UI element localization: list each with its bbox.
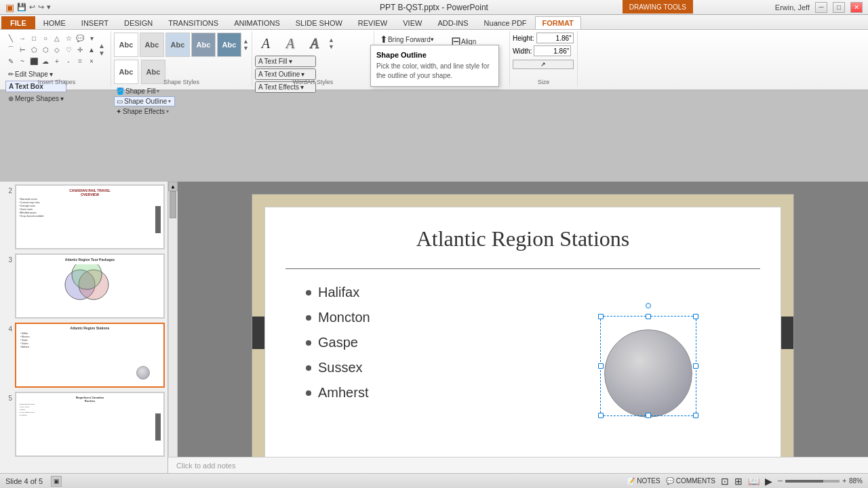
- slide-img-5[interactable]: Magnificent CanadianRockies • Banff Nati…: [15, 392, 165, 457]
- slide-info: Slide 4 of 5: [5, 477, 43, 485]
- slide-sorter-button[interactable]: ⊞: [734, 476, 743, 487]
- handle-midleft[interactable]: [598, 363, 604, 369]
- wordart-style-2[interactable]: A: [279, 33, 301, 54]
- handle-botleft[interactable]: [598, 413, 604, 418]
- shape-diamond[interactable]: ◇: [52, 44, 62, 55]
- edit-shape-icon: ✏: [8, 70, 14, 78]
- shape-minus[interactable]: -: [63, 56, 74, 66]
- shape-tri[interactable]: △: [52, 33, 62, 43]
- zoom-out-button[interactable]: ─: [778, 477, 783, 485]
- shape-hexagon[interactable]: ⬡: [40, 44, 51, 55]
- slide-thumb-5[interactable]: 5 Magnificent CanadianRockies • Banff Na…: [3, 392, 165, 457]
- wordart-style-1[interactable]: A: [255, 33, 277, 54]
- shape-curve[interactable]: ⌒: [5, 44, 16, 55]
- shape-effects-button[interactable]: ✦ Shape Effects ▾: [114, 107, 175, 116]
- tab-design[interactable]: DESIGN: [117, 16, 160, 29]
- restore-button[interactable]: □: [833, 2, 845, 13]
- wordart-style-3[interactable]: A: [304, 33, 326, 54]
- shape-callout[interactable]: 💬: [75, 33, 85, 43]
- notes-bar[interactable]: Click to add notes: [168, 457, 868, 473]
- slide-content-area[interactable]: Atlantic Region Stations Halifax Moncton: [264, 207, 781, 488]
- slide-thumb-3[interactable]: 3 Atlantic Region Tour Packages: [3, 253, 165, 319]
- shape-arrow[interactable]: →: [17, 33, 28, 43]
- shape-cloud[interactable]: ☁: [40, 56, 51, 66]
- shape-heart[interactable]: ♡: [63, 44, 74, 55]
- rotate-handle[interactable]: [646, 303, 651, 308]
- shapes-scrollbar[interactable]: ▲▼: [98, 42, 105, 57]
- style-swatch-2[interactable]: Abc: [140, 33, 164, 57]
- slideshow-button[interactable]: ▶: [765, 476, 772, 487]
- comments-button[interactable]: 💬 COMMENTS: [666, 477, 715, 485]
- shape-mult[interactable]: ×: [86, 56, 97, 66]
- text-fill-button[interactable]: A Text Fill ▾: [255, 56, 316, 67]
- shape-fill-button[interactable]: 🪣 Shape Fill ▾: [114, 87, 175, 96]
- shape-connector[interactable]: ⊢: [17, 44, 28, 55]
- width-input[interactable]: [534, 45, 571, 56]
- handle-topleft[interactable]: [598, 314, 604, 319]
- handle-topmid[interactable]: [646, 314, 651, 319]
- tab-format[interactable]: FORMAT: [535, 16, 581, 29]
- scroll-thumb[interactable]: [170, 191, 176, 218]
- style-swatch-1[interactable]: Abc: [114, 33, 138, 57]
- quick-access-undo[interactable]: ↩: [29, 3, 35, 12]
- shape-star[interactable]: ☆: [63, 33, 74, 43]
- handle-midright[interactable]: [693, 363, 698, 369]
- style-swatch-3[interactable]: Abc: [165, 33, 190, 57]
- shape-oval[interactable]: ○: [40, 33, 51, 43]
- quick-access-save[interactable]: 💾: [17, 3, 26, 12]
- shape-more[interactable]: ▾: [86, 33, 97, 43]
- slide-img-4[interactable]: Atlantic Region Stations • Halifax • Mon…: [15, 323, 165, 388]
- bring-forward-button[interactable]: ⬆ Bring Forward ▾: [377, 33, 441, 46]
- tab-addins[interactable]: ADD-INS: [430, 16, 475, 29]
- shape-freeform[interactable]: ✎: [5, 56, 16, 66]
- tab-review[interactable]: REVIEW: [351, 16, 395, 29]
- tab-file[interactable]: FILE: [1, 16, 35, 29]
- shape-block[interactable]: ⬛: [28, 56, 39, 66]
- shape-up[interactable]: ▲: [86, 44, 97, 55]
- slide-img-2[interactable]: CANADIAN RAIL TRAVELOVERVIEW • Nationwid…: [15, 184, 165, 249]
- tab-animations[interactable]: ANIMATIONS: [226, 16, 288, 29]
- quick-access-redo[interactable]: ↪: [38, 3, 44, 12]
- slide-thumb-2[interactable]: 2 CANADIAN RAIL TRAVELOVERVIEW • Nationw…: [3, 184, 165, 249]
- tab-nuance[interactable]: Nuance PDF: [477, 16, 534, 29]
- tab-slideshow[interactable]: SLIDE SHOW: [288, 16, 350, 29]
- style-swatch-5[interactable]: Abc: [217, 33, 241, 57]
- tab-insert[interactable]: INSERT: [74, 16, 116, 29]
- shape-scribble[interactable]: ~: [17, 56, 28, 66]
- shape-rect[interactable]: □: [28, 33, 39, 43]
- shape-pentagon[interactable]: ⬠: [28, 44, 39, 55]
- tab-home[interactable]: HOME: [36, 16, 73, 29]
- edit-shape-button[interactable]: ✏ Edit Shape ▾: [5, 69, 66, 79]
- tab-transitions[interactable]: TRANSITIONS: [161, 16, 226, 29]
- notes-button[interactable]: 📝 NOTES: [627, 477, 660, 485]
- shape-line[interactable]: ╲: [5, 33, 16, 43]
- zoom-in-button[interactable]: +: [842, 477, 846, 485]
- size-expand-button[interactable]: ↗: [513, 60, 574, 69]
- handle-botright[interactable]: [693, 413, 698, 418]
- shape-outline-button[interactable]: ▭ Shape Outline ▾: [114, 96, 175, 106]
- reading-view-button[interactable]: 📖: [748, 476, 760, 487]
- slide-icon[interactable]: ▣: [51, 476, 62, 487]
- circle-shape[interactable]: [604, 329, 692, 418]
- wordart-scroll[interactable]: ▲▼: [328, 37, 334, 50]
- quick-access-more[interactable]: ▾: [47, 3, 51, 12]
- minimize-button[interactable]: ─: [815, 2, 827, 13]
- left-scroll[interactable]: ▲ ▼: [168, 182, 178, 488]
- shape-plus[interactable]: +: [52, 56, 62, 66]
- styles-scroll[interactable]: ▲▼: [243, 38, 249, 52]
- zoom-slider[interactable]: [785, 480, 840, 483]
- notes-placeholder: Click to add notes: [176, 462, 235, 470]
- scroll-up-arrow[interactable]: ▲: [168, 182, 178, 191]
- merge-shapes-button[interactable]: ⊕ Merge Shapes ▾: [5, 94, 66, 104]
- close-button[interactable]: ✕: [850, 2, 863, 13]
- shape-cross[interactable]: ✛: [75, 44, 85, 55]
- powerpoint-icon: ▣: [5, 2, 14, 13]
- slide-thumb-4[interactable]: 4 Atlantic Region Stations • Halifax • M…: [3, 323, 165, 388]
- tab-view[interactable]: VIEW: [395, 16, 429, 29]
- style-swatch-4[interactable]: Abc: [191, 33, 216, 57]
- handle-topright[interactable]: [693, 314, 698, 319]
- height-input[interactable]: [536, 33, 574, 43]
- normal-view-button[interactable]: ⊡: [721, 476, 729, 487]
- shape-eq[interactable]: =: [75, 56, 85, 66]
- slide-img-3[interactable]: Atlantic Region Tour Packages: [15, 253, 165, 319]
